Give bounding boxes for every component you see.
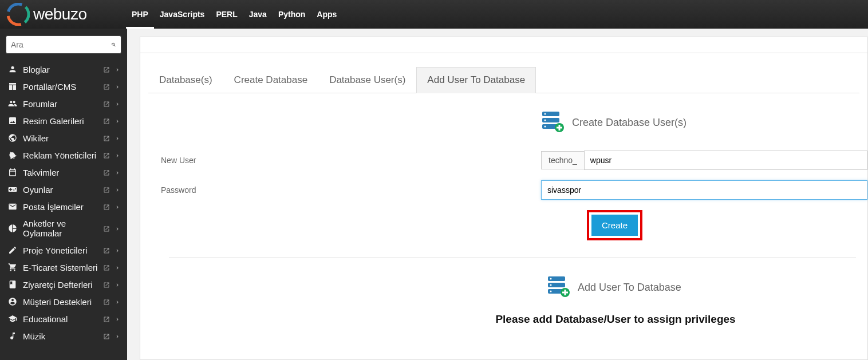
chevron-right-icon: [115, 82, 120, 92]
bullhorn-icon: [7, 150, 18, 160]
sidebar-item-ziyaret-i-defterleri[interactable]: Ziyaretçi Defterleri: [0, 276, 127, 293]
chevron-right-icon: [115, 263, 120, 272]
sidebar-item-label: Reklam Yöneticileri: [23, 151, 103, 160]
sidebar-item-label: Bloglar: [23, 65, 103, 74]
chevron-right-icon: [115, 297, 120, 307]
svg-rect-11: [557, 127, 562, 129]
search-box[interactable]: [6, 35, 121, 54]
brand-logo[interactable]: webuzo: [7, 3, 126, 26]
sidebar-item-label: Müzik: [23, 331, 103, 341]
external-link-icon: [103, 315, 111, 323]
sidebar-item-resim-galerileri[interactable]: Resim Galerileri: [0, 112, 127, 129]
sidebar-item-m-zik[interactable]: Müzik: [0, 327, 127, 345]
topnav-item-php[interactable]: PHP: [126, 0, 154, 29]
brand-text: webuzo: [33, 5, 87, 23]
search-icon: [111, 39, 116, 50]
topnav-item-perl[interactable]: PERL: [210, 0, 243, 29]
edit-icon: [7, 245, 18, 255]
sidebar-menu: BloglarPortallar/CMSForumlarResim Galeri…: [0, 61, 127, 345]
external-link-icon: [103, 168, 111, 176]
username-input[interactable]: [584, 151, 867, 170]
chevron-right-icon: [115, 202, 120, 212]
sidebar-item-forumlar[interactable]: Forumlar: [0, 95, 127, 112]
external-link-icon: [103, 117, 111, 125]
svg-point-17: [550, 291, 552, 292]
sidebar-item-posta-i-lemciler[interactable]: Posta İşlemciler: [0, 198, 127, 215]
book-icon: [7, 279, 18, 290]
sidebar-item-label: Takvimler: [23, 168, 103, 177]
chevron-right-icon: [115, 151, 120, 160]
top-bar: webuzo PHPJavaScriptsPERLJavaPythonApps: [0, 0, 868, 29]
sidebar-item-portallar-cms[interactable]: Portallar/CMS: [0, 78, 127, 95]
calendar-icon: [7, 167, 18, 177]
sidebar-item-label: Resim Galerileri: [23, 116, 103, 126]
section-create-user-header: Create Database User(s): [541, 110, 867, 134]
sidebar-item-takvimler[interactable]: Takvimler: [0, 164, 127, 181]
svg-point-8: [545, 126, 546, 128]
search-input[interactable]: [11, 40, 111, 49]
tab-database-s-[interactable]: Database(s): [148, 67, 223, 93]
external-link-icon: [103, 151, 111, 159]
sidebar-item-e-ticaret-sistemleri[interactable]: E-Ticaret Sistemleri: [0, 259, 127, 276]
divider: [169, 258, 856, 258]
sidebar-item-wikiler[interactable]: Wikiler: [0, 129, 127, 147]
create-button[interactable]: Create: [591, 215, 638, 236]
external-link-icon: [103, 203, 111, 211]
tabs: Database(s)Create DatabaseDatabase User(…: [140, 67, 867, 93]
password-label: Password: [157, 185, 541, 195]
svg-point-6: [545, 113, 546, 115]
sidebar-item-proje-y-neticileri[interactable]: Proje Yöneticileri: [0, 242, 127, 259]
sidebar-item-anketler-ve-oylamalar[interactable]: Anketler ve Oylamalar: [0, 215, 127, 242]
svg-point-16: [550, 284, 552, 286]
svg-point-15: [550, 278, 552, 280]
sidebar-item-reklam-y-neticileri[interactable]: Reklam Yöneticileri: [0, 147, 127, 164]
cart-icon: [7, 262, 18, 272]
tab-database-user-s-[interactable]: Database User(s): [318, 67, 416, 93]
topnav-item-javascripts[interactable]: JavaScripts: [154, 0, 211, 29]
sidebar-item-label: Wikiler: [23, 133, 103, 143]
section-add-user-title: Add User To Database: [578, 282, 681, 294]
chevron-right-icon: [115, 246, 120, 255]
users-icon: [7, 98, 18, 109]
topnav-item-java[interactable]: Java: [243, 0, 273, 29]
piechart-icon: [7, 223, 18, 234]
envelope-icon: [7, 201, 18, 212]
chevron-right-icon: [115, 99, 120, 109]
external-link-icon: [103, 65, 111, 73]
user-icon: [7, 64, 18, 74]
chevron-right-icon: [115, 65, 120, 74]
external-link-icon: [103, 185, 111, 193]
panel: Database(s)Create DatabaseDatabase User(…: [140, 37, 868, 360]
chevron-right-icon: [115, 314, 120, 324]
password-input[interactable]: [541, 180, 867, 200]
external-link-icon: [103, 100, 111, 108]
sidebar-item-oyunlar[interactable]: Oyunlar: [0, 181, 127, 198]
section-add-user-header: Add User To Database: [547, 275, 867, 299]
tab-create-database[interactable]: Create Database: [223, 67, 319, 93]
external-link-icon: [103, 82, 111, 90]
external-link-icon: [103, 280, 111, 288]
external-link-icon: [103, 298, 111, 306]
svg-rect-20: [562, 292, 568, 294]
sidebar-item-label: Educational: [23, 314, 103, 324]
image-icon: [7, 116, 18, 126]
sidebar-item-label: Ziyaretçi Defterleri: [23, 280, 103, 290]
globe-icon: [7, 133, 18, 143]
privileges-message: Please add Database/User to assign privi…: [364, 313, 867, 326]
external-link-icon: [103, 134, 111, 142]
svg-point-7: [545, 120, 546, 121]
sidebar-item-bloglar[interactable]: Bloglar: [0, 61, 127, 78]
topnav-item-python[interactable]: Python: [273, 0, 311, 29]
sidebar-item-label: Posta İşlemciler: [23, 202, 103, 212]
chevron-right-icon: [115, 331, 120, 341]
chevron-right-icon: [115, 168, 120, 177]
sidebar-item-m-teri-destekleri[interactable]: Müşteri Destekleri: [0, 293, 127, 310]
sidebar-item-label: Oyunlar: [23, 185, 103, 195]
sidebar-item-label: Anketler ve Oylamalar: [23, 219, 103, 238]
chevron-right-icon: [115, 185, 120, 195]
tab-add-user-to-database[interactable]: Add User To Database: [416, 67, 536, 93]
sidebar-item-educational[interactable]: Educational: [0, 310, 127, 327]
topnav-item-apps[interactable]: Apps: [311, 0, 342, 29]
create-button-highlight: Create: [587, 210, 642, 240]
lifering-icon: [7, 296, 18, 307]
